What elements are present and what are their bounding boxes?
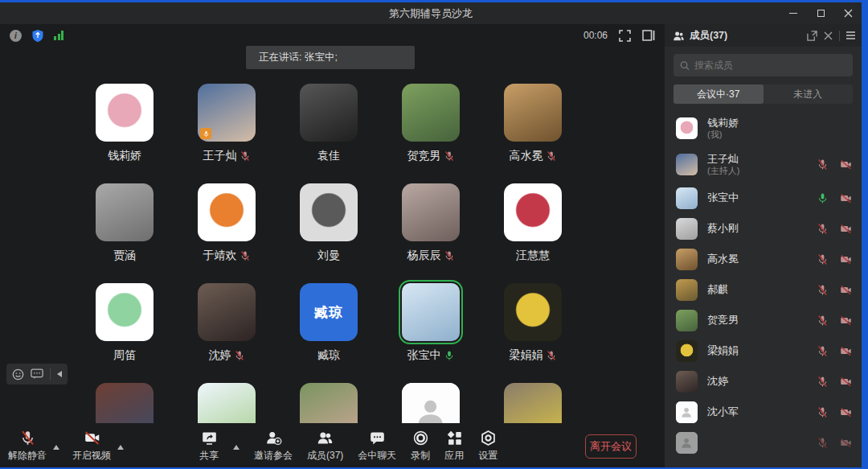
participant-tile[interactable]: 高水冕 [488, 84, 578, 183]
participant-name-label: 刘曼 [317, 249, 340, 263]
participant-tile[interactable]: 钱莉娇 [80, 84, 170, 183]
close-button[interactable] [834, 2, 862, 24]
security-shield-icon[interactable] [31, 29, 44, 43]
participant-avatar[interactable] [198, 183, 256, 241]
camera-off-icon[interactable] [840, 345, 852, 357]
avatar-text: 臧琼 [300, 283, 358, 341]
meeting-info-icon[interactable]: i [10, 30, 22, 42]
mic-off-icon [444, 150, 455, 162]
start-video-button[interactable]: 开启视频 [72, 430, 111, 463]
popout-panel-icon[interactable] [807, 31, 817, 41]
participant-tile[interactable]: 贾涵 [80, 183, 170, 283]
mic-off-icon[interactable] [817, 158, 829, 171]
close-icon [844, 9, 853, 18]
member-row[interactable]: 钱莉娇(我) [665, 110, 862, 146]
member-row[interactable]: 沈婷 [665, 366, 862, 397]
message-icon[interactable] [31, 368, 43, 380]
video-options-caret[interactable] [117, 445, 124, 450]
fullscreen-icon[interactable] [619, 30, 631, 42]
mic-off-icon[interactable] [817, 345, 829, 357]
minimize-button[interactable] [780, 2, 807, 24]
participant-avatar[interactable] [96, 283, 154, 341]
participant-avatar[interactable] [96, 84, 154, 142]
camera-off-icon[interactable] [840, 158, 852, 171]
tab-in-meeting[interactable]: 会议中·37 [674, 84, 764, 104]
mic-off-icon[interactable] [817, 376, 829, 388]
participant-avatar[interactable] [504, 283, 562, 341]
record-icon [412, 430, 429, 446]
camera-off-icon[interactable] [840, 253, 852, 265]
close-panel-icon[interactable] [824, 31, 833, 40]
participant-avatar-speaking[interactable] [402, 283, 460, 341]
participant-tile[interactable]: 王子灿 [182, 84, 272, 183]
participant-avatar[interactable] [504, 183, 562, 241]
participant-avatar[interactable] [198, 283, 256, 341]
participant-avatar[interactable] [402, 84, 460, 142]
participant-tile[interactable]: 杨辰辰 [386, 183, 476, 283]
member-row[interactable] [665, 427, 862, 458]
leave-meeting-button[interactable]: 离开会议 [585, 434, 637, 459]
member-row[interactable]: 沈小军 [665, 397, 862, 427]
participant-avatar[interactable] [402, 183, 460, 241]
chat-button[interactable]: 会中聊天 [358, 430, 396, 463]
camera-off-icon[interactable] [840, 406, 852, 418]
participant-avatar[interactable] [504, 84, 562, 142]
participant-tile[interactable]: 于靖欢 [182, 183, 272, 283]
members-button[interactable]: 成员(37) [307, 430, 343, 463]
share-screen-button[interactable]: 共享 [199, 430, 219, 463]
camera-off-icon[interactable] [840, 315, 852, 327]
participant-tile[interactable]: 袁佳 [284, 84, 374, 183]
participant-tile[interactable]: 贺竞男 [386, 84, 476, 183]
emoji-icon[interactable] [12, 368, 24, 381]
mic-on-icon[interactable] [817, 192, 829, 204]
mic-off-icon[interactable] [817, 437, 829, 449]
share-options-caret[interactable] [233, 445, 240, 450]
mic-off-icon[interactable] [817, 406, 829, 418]
unmute-button[interactable]: 解除静音 [8, 430, 47, 463]
member-row[interactable]: 郝麒 [665, 274, 862, 305]
participant-avatar[interactable] [300, 183, 358, 241]
participant-tile[interactable]: 周笛 [80, 283, 170, 383]
participant-avatar[interactable] [96, 183, 154, 241]
mic-off-icon[interactable] [817, 315, 829, 327]
participant-tile[interactable]: 张宝中 [386, 283, 476, 383]
mic-off-icon[interactable] [817, 253, 829, 265]
mic-off-icon[interactable] [817, 223, 829, 235]
member-search[interactable] [674, 54, 853, 76]
participant-avatar[interactable]: 臧琼 [300, 283, 358, 341]
participant-tile[interactable]: 沈婷 [182, 283, 272, 383]
participant-tile[interactable]: 汪慧慧 [488, 183, 578, 283]
tab-not-joined[interactable]: 未进入 [764, 84, 854, 104]
member-row[interactable]: 蔡小刚 [665, 213, 862, 244]
mic-options-caret[interactable] [53, 445, 59, 450]
apps-button[interactable]: 应用 [444, 430, 464, 463]
member-row[interactable]: 贺竞男 [665, 305, 862, 335]
camera-off-icon[interactable] [840, 192, 852, 204]
participant-tile[interactable]: 梁娟娟 [488, 283, 578, 383]
member-row[interactable]: 高水冕 [665, 244, 862, 274]
member-info: 梁娟娟 [707, 345, 739, 357]
member-row[interactable]: 张宝中 [665, 183, 862, 213]
collapse-left-icon[interactable] [57, 371, 62, 377]
member-row[interactable]: 王子灿(主持人) [665, 146, 862, 183]
participant-avatar[interactable] [300, 84, 358, 142]
camera-off-icon[interactable] [840, 223, 852, 235]
layout-toggle-icon[interactable] [642, 30, 655, 41]
participant-tile[interactable]: 臧琼臧琼 [284, 283, 374, 383]
participant-tile[interactable]: 刘曼 [284, 183, 374, 283]
invite-button[interactable]: 邀请参会 [254, 430, 293, 463]
camera-off-icon[interactable] [840, 437, 852, 449]
camera-off-icon[interactable] [840, 376, 852, 388]
mic-off-icon[interactable] [817, 284, 829, 296]
settings-button[interactable]: 设置 [478, 430, 497, 463]
header-divider [839, 31, 840, 41]
camera-off-icon[interactable] [840, 284, 852, 296]
member-search-input[interactable] [694, 60, 846, 71]
participant-avatar[interactable] [198, 84, 256, 142]
maximize-button[interactable] [807, 2, 834, 24]
menu-icon[interactable] [846, 31, 855, 39]
record-button[interactable]: 录制 [411, 430, 430, 463]
apps-icon [446, 430, 463, 446]
member-avatar [676, 310, 698, 331]
member-row[interactable]: 梁娟娟 [665, 335, 862, 366]
